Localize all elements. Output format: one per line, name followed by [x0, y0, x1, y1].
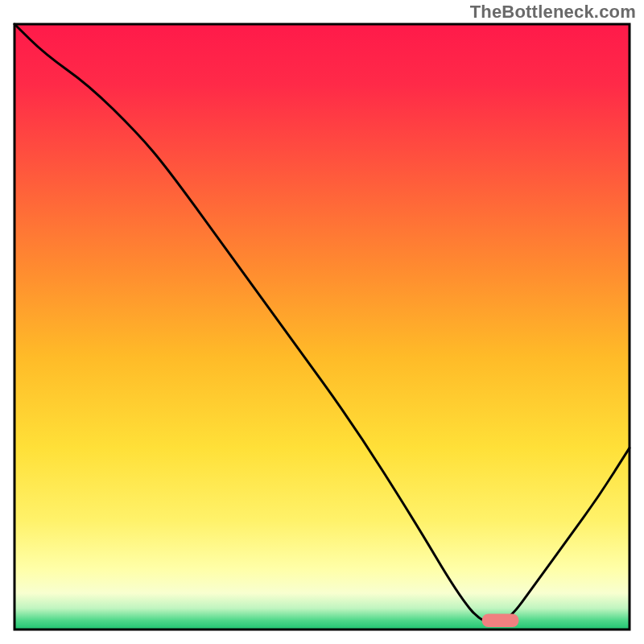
optimal-range-marker	[482, 613, 519, 627]
plot-background	[14, 24, 630, 630]
watermark-label: TheBottleneck.com	[470, 2, 636, 23]
bottleneck-chart	[0, 0, 644, 644]
chart-container: TheBottleneck.com	[0, 0, 644, 644]
